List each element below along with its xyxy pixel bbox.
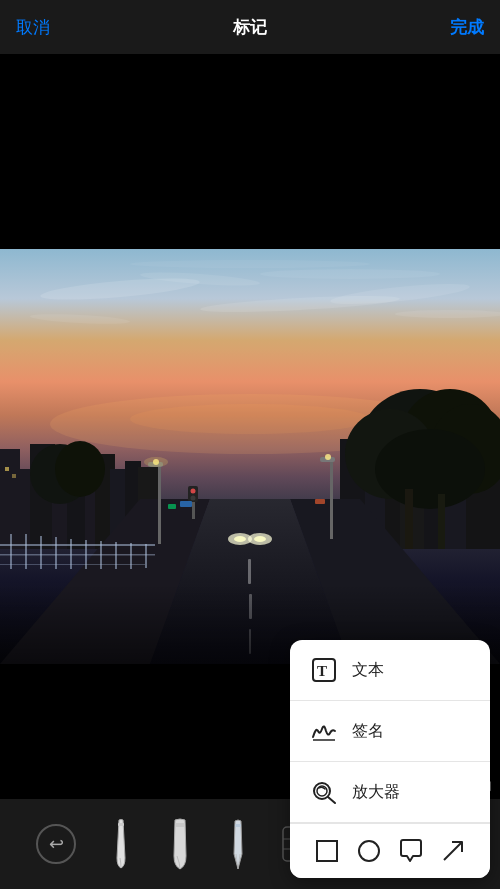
svg-point-44 <box>375 429 485 509</box>
svg-rect-73 <box>100 541 102 569</box>
svg-rect-46 <box>438 494 445 549</box>
svg-point-80 <box>144 457 168 467</box>
svg-text:T: T <box>317 663 327 679</box>
svg-point-62 <box>191 489 196 494</box>
thin-pen-tool[interactable] <box>109 818 133 870</box>
svg-rect-97 <box>118 823 124 826</box>
svg-point-95 <box>359 841 379 861</box>
fine-pen-icon <box>227 818 249 870</box>
svg-rect-74 <box>115 542 117 569</box>
text-icon: T <box>308 654 340 686</box>
done-button[interactable]: 完成 <box>450 16 484 39</box>
svg-point-59 <box>254 536 266 542</box>
svg-rect-69 <box>40 536 42 569</box>
svg-rect-70 <box>55 537 57 569</box>
svg-line-96 <box>444 842 462 860</box>
menu-item-text[interactable]: T 文本 <box>290 640 490 701</box>
svg-rect-53 <box>248 559 251 584</box>
menu-item-signature[interactable]: 签名 <box>290 701 490 762</box>
svg-rect-21 <box>5 467 9 471</box>
svg-rect-45 <box>405 489 413 549</box>
svg-rect-85 <box>180 501 192 507</box>
photo-canvas[interactable] <box>0 249 500 664</box>
medium-pen-icon <box>166 818 194 870</box>
svg-rect-84 <box>168 504 176 509</box>
svg-rect-22 <box>12 474 16 478</box>
svg-rect-76 <box>145 544 147 568</box>
svg-rect-72 <box>85 540 87 569</box>
circle-shape-button[interactable] <box>354 836 384 866</box>
svg-point-8 <box>130 260 370 268</box>
magnifier-label: 放大器 <box>352 782 400 803</box>
svg-line-93 <box>328 797 335 803</box>
svg-point-83 <box>325 454 331 460</box>
arrow-shape-button[interactable] <box>438 836 468 866</box>
svg-point-48 <box>55 441 105 497</box>
popup-menu: T 文本 签名 放大器 <box>290 640 490 878</box>
svg-rect-71 <box>70 539 72 569</box>
svg-point-10 <box>130 404 370 434</box>
page-title: 标记 <box>233 16 267 39</box>
svg-point-63 <box>191 496 196 501</box>
svg-rect-66 <box>0 564 145 565</box>
square-shape-button[interactable] <box>312 836 342 866</box>
svg-rect-81 <box>330 459 333 539</box>
shape-row <box>290 823 490 878</box>
street-scene <box>0 249 500 664</box>
svg-rect-77 <box>158 464 161 544</box>
svg-rect-94 <box>317 841 337 861</box>
svg-rect-68 <box>25 534 27 569</box>
signature-label: 签名 <box>352 721 384 742</box>
svg-rect-99 <box>235 824 241 827</box>
svg-rect-98 <box>175 823 185 827</box>
thin-pen-icon <box>109 818 133 870</box>
signature-icon <box>308 715 340 747</box>
svg-point-57 <box>234 536 246 542</box>
magnifier-icon <box>308 776 340 808</box>
undo-button[interactable]: ↩ <box>36 824 76 864</box>
fine-pen-tool[interactable] <box>227 818 249 870</box>
undo-icon: ↩ <box>49 833 64 855</box>
speech-bubble-button[interactable] <box>396 836 426 866</box>
black-top-area <box>0 54 500 249</box>
svg-rect-67 <box>10 534 12 569</box>
svg-rect-86 <box>315 499 325 504</box>
svg-point-6 <box>260 269 440 279</box>
svg-rect-75 <box>130 543 132 569</box>
cancel-button[interactable]: 取消 <box>16 16 50 39</box>
menu-item-magnifier[interactable]: 放大器 <box>290 762 490 823</box>
medium-pen-tool[interactable] <box>166 818 194 870</box>
top-navigation-bar: 取消 标记 完成 <box>0 0 500 54</box>
svg-point-7 <box>395 310 500 318</box>
text-label: 文本 <box>352 660 384 681</box>
